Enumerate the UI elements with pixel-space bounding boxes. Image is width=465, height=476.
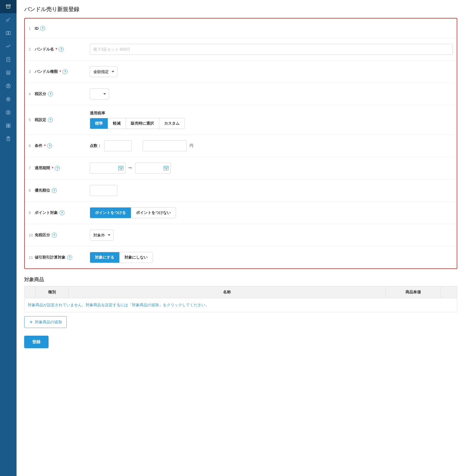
svg-point-9 (8, 111, 9, 113)
row-num: 1 (29, 26, 35, 31)
tax-rate-group: 標準 軽減 販売時に選択 カスタム (90, 118, 185, 129)
row-num: 4 (29, 92, 35, 96)
nav-account[interactable] (0, 106, 17, 119)
condition-count-input[interactable] (104, 140, 132, 151)
label-text: 条件 (35, 143, 42, 148)
help-icon[interactable]: ? (48, 92, 53, 96)
nav-book[interactable] (0, 26, 17, 40)
row-num: 8 (29, 188, 35, 193)
label-text: 値引割引計算対象 (35, 255, 66, 260)
nav-receipt[interactable] (0, 53, 17, 66)
row-input (90, 44, 453, 55)
label-text: 免税区分 (35, 233, 50, 238)
page-title: バンドル売り新規登録 (24, 6, 457, 13)
count-label: 点数： (90, 143, 101, 148)
nav-target[interactable] (0, 93, 17, 106)
tax-reduced-button[interactable]: 軽減 (108, 118, 126, 129)
row-period: 7 適用期間* ? 18 〜 18 (25, 157, 457, 179)
period-start-input[interactable] (90, 163, 126, 174)
label-text: ID (35, 26, 39, 31)
label-text: ポイント対象 (35, 210, 58, 215)
help-icon[interactable]: ? (55, 166, 60, 171)
row-label: 条件* ? (35, 143, 90, 148)
point-yes-button[interactable]: ポイントをつける (90, 208, 131, 218)
sidebar (0, 0, 17, 476)
row-tax-category: 4 税区分 ? (25, 83, 457, 105)
help-icon[interactable]: ? (40, 26, 45, 31)
svg-point-7 (8, 99, 9, 99)
nav-key[interactable] (0, 13, 17, 26)
help-icon[interactable]: ? (52, 188, 57, 193)
svg-point-5 (6, 97, 10, 101)
add-product-button[interactable]: ＋ 対象商品の追加 (24, 316, 67, 328)
tax-standard-button[interactable]: 標準 (90, 118, 108, 129)
svg-rect-11 (9, 124, 10, 125)
label-text: 優先順位 (35, 188, 50, 193)
svg-rect-12 (6, 126, 8, 128)
add-product-label: 対象商品の追加 (35, 320, 62, 325)
row-input: 適用税率 標準 軽減 販売時に選択 カスタム (90, 111, 453, 129)
help-icon[interactable]: ? (48, 117, 53, 122)
bundle-name-input[interactable] (90, 44, 453, 55)
nav-user[interactable] (0, 79, 17, 93)
nav-analytics[interactable] (0, 40, 17, 53)
row-input: 金額指定 (90, 66, 453, 77)
required-mark: * (44, 144, 45, 148)
discount-yes-button[interactable]: 対象にする (90, 252, 120, 263)
period-separator: 〜 (128, 166, 132, 171)
row-label: ポイント対象 ? (35, 210, 90, 215)
row-bundle-name: 2 バンドル名* ? (25, 38, 457, 61)
row-input: 18 〜 18 (90, 163, 453, 174)
row-id: 1 ID ? (25, 18, 457, 38)
nav-grid[interactable] (0, 119, 17, 132)
condition-price-input[interactable] (143, 140, 187, 151)
row-discount: 11 値引割引計算対象 ? 対象にする 対象にしない (25, 246, 457, 268)
tax-custom-button[interactable]: カスタム (159, 118, 185, 129)
products-section-title: 対象商品 (24, 276, 457, 283)
submit-button[interactable]: 登録 (24, 336, 48, 348)
nav-clipboard[interactable] (0, 132, 17, 146)
col-name: 名称 (69, 286, 386, 298)
help-icon[interactable]: ? (59, 47, 64, 52)
help-icon[interactable]: ? (67, 255, 72, 260)
svg-point-6 (7, 98, 9, 100)
row-label: 税区分 ? (35, 92, 90, 96)
discount-no-button[interactable]: 対象にしない (120, 252, 153, 263)
nav-archive[interactable] (0, 0, 17, 13)
help-icon[interactable]: ? (63, 69, 67, 74)
row-point: 9 ポイント対象 ? ポイントをつける ポイントをつけない (25, 202, 457, 224)
tax-category-select[interactable] (90, 88, 109, 99)
plus-icon: ＋ (29, 319, 33, 325)
row-input (90, 88, 453, 99)
row-label: バンドル種類* ? (35, 69, 90, 74)
row-input: 対象にする 対象にしない (90, 252, 453, 263)
row-bundle-type: 3 バンドル種類* ? 金額指定 (25, 61, 457, 83)
row-label: 免税区分 ? (35, 233, 90, 238)
col-type: 種別 (36, 286, 69, 298)
help-icon[interactable]: ? (52, 233, 57, 238)
nav-store[interactable] (0, 66, 17, 79)
row-label: 値引割引計算対象 ? (35, 255, 90, 260)
row-num: 5 (29, 118, 35, 122)
label-text: 税区分 (35, 92, 46, 96)
form-container: 1 ID ? 2 バンドル名* ? 3 (24, 18, 457, 269)
row-input (90, 185, 453, 196)
bundle-type-select[interactable]: 金額指定 (90, 66, 117, 77)
point-no-button[interactable]: ポイントをつけない (131, 208, 176, 218)
period-end-input[interactable] (135, 163, 171, 174)
row-num: 7 (29, 166, 35, 170)
row-label: 優先順位 ? (35, 188, 90, 193)
help-icon[interactable]: ? (47, 143, 52, 148)
row-label: ID ? (35, 26, 90, 31)
tax-on-sale-button[interactable]: 販売時に選択 (126, 118, 159, 129)
row-tax-setting: 5 税設定 ? 適用税率 標準 軽減 販売時に選択 カスタム (25, 105, 457, 135)
row-label: バンドル名* ? (35, 47, 90, 52)
taxfree-select[interactable]: 対象外 (90, 230, 113, 241)
required-mark: * (60, 69, 61, 74)
sub-label: 適用税率 (90, 111, 453, 116)
required-mark: * (56, 47, 57, 52)
row-priority: 8 優先順位 ? (25, 179, 457, 202)
priority-input[interactable] (90, 185, 117, 196)
col-price: 商品単価 (386, 286, 441, 298)
help-icon[interactable]: ? (60, 210, 64, 215)
